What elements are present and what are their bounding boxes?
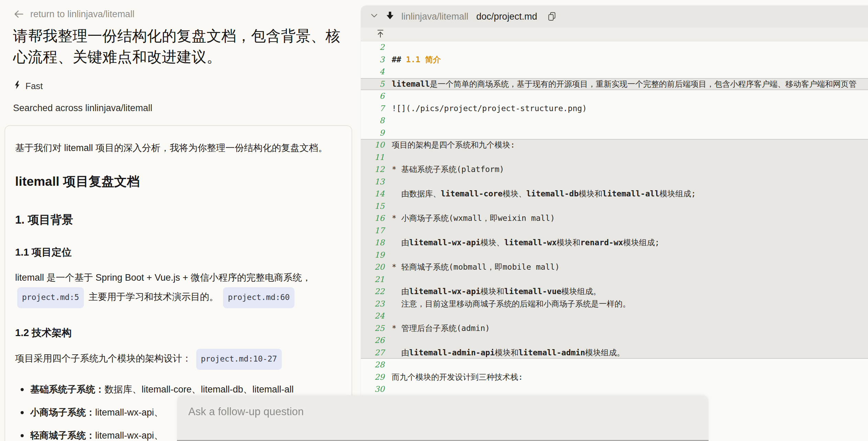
chat-panel: return to linlinjava/litemall 请帮我整理一份结构化… — [0, 0, 357, 441]
line-content — [392, 383, 868, 396]
code-line: 2 — [361, 41, 868, 54]
line-number: 3 — [361, 54, 392, 66]
code-line: 6 — [361, 90, 868, 103]
line-content — [392, 225, 868, 237]
line-number: 30 — [361, 383, 392, 396]
line-content — [392, 151, 868, 164]
line-content — [392, 249, 868, 261]
return-link-label: return to linlinjava/litemall — [30, 9, 134, 20]
file-path[interactable]: doc/project.md — [476, 11, 537, 22]
file-viewer-header: linlinjava/litemall doc/project.md — [361, 6, 868, 28]
code-line: 27 由litemall-admin-api模块和litemall-admin模… — [361, 347, 868, 359]
list-item: 基础系统子系统：数据库、litemall-core、litemall-db、li… — [30, 384, 335, 395]
scroll-to-top-icon[interactable] — [376, 29, 385, 40]
line-number: 20 — [361, 261, 392, 273]
copy-icon[interactable] — [547, 11, 557, 22]
line-number: 5 — [361, 78, 392, 90]
search-status: Searched across linlinjava/litemall — [13, 103, 357, 114]
line-content: 由litemall-wx-api模块、litemall-wx模块和renard-… — [392, 237, 868, 249]
file-viewer-panel: linlinjava/litemall doc/project.md 23## … — [361, 6, 868, 441]
line-content: 由litemall-wx-api模块和litemall-vue模块组成。 — [392, 286, 868, 298]
line-content — [392, 359, 868, 371]
paragraph-text: 主要用于学习和技术演示目的。 — [89, 292, 219, 302]
code-line: 7![](./pics/project/project-structure.pn… — [361, 103, 868, 115]
subsection-heading: 1.2 技术架构 — [15, 326, 335, 340]
line-content — [392, 115, 868, 127]
line-number: 23 — [361, 298, 392, 310]
doc-title: litemall 项目复盘文档 — [15, 173, 335, 190]
line-content: ![](./pics/project/project-structure.png… — [392, 103, 868, 115]
paragraph-text: litemall 是一个基于 Spring Boot + Vue.js + 微信… — [15, 272, 311, 283]
line-content — [392, 176, 868, 188]
user-question: 请帮我整理一份结构化的复盘文档，包含背景、核心流程、关键难点和改进建议。 — [13, 25, 343, 67]
line-content: 而九个模块的开发设计到三种技术栈: — [392, 371, 868, 384]
code-line: 28 — [361, 359, 868, 371]
line-content — [392, 334, 868, 347]
line-number: 27 — [361, 347, 392, 359]
line-content — [392, 273, 868, 286]
code-line: 10项目的架构是四个系统和九个模块: — [361, 139, 868, 151]
line-content: * 管理后台子系统(admin) — [392, 322, 868, 335]
line-number: 9 — [361, 127, 392, 139]
lightning-bolt-icon — [13, 80, 21, 92]
line-number: 15 — [361, 200, 392, 213]
repo-name[interactable]: linlinjava/litemall — [401, 11, 468, 22]
line-content: 由litemall-admin-api模块和litemall-admin模块组成… — [392, 347, 868, 359]
line-number: 6 — [361, 90, 392, 103]
line-number: 14 — [361, 188, 392, 200]
code-line: 18 由litemall-wx-api模块、litemall-wx模块和rena… — [361, 237, 868, 249]
line-number: 7 — [361, 103, 392, 115]
code-line: 9 — [361, 127, 868, 139]
mode-label: Fast — [25, 81, 43, 92]
line-number: 17 — [361, 225, 392, 237]
back-arrow-icon — [13, 8, 25, 20]
code-line: 20* 轻商城子系统(mobmall，即mobile mall) — [361, 261, 868, 273]
chevron-down-icon[interactable] — [370, 11, 379, 22]
code-line: 13 — [361, 176, 868, 188]
code-content[interactable]: 23## 1.1 简介45litemall是一个简单的商场系统，基于现有的开源项… — [361, 41, 868, 396]
line-content — [392, 310, 868, 322]
line-content: 注意，目前这里移动商城子系统的后端和小商场子系统是一样的。 — [392, 298, 868, 310]
return-link[interactable]: return to linlinjava/litemall — [13, 8, 357, 20]
code-line: 25* 管理后台子系统(admin) — [361, 322, 868, 335]
code-line: 23 注意，目前这里移动商城子系统的后端和小商场子系统是一样的。 — [361, 298, 868, 310]
code-line: 8 — [361, 115, 868, 127]
line-number: 19 — [361, 249, 392, 261]
section-heading: 1. 项目背景 — [15, 212, 335, 228]
code-line: 19 — [361, 249, 868, 261]
arrow-down-icon[interactable] — [385, 10, 395, 23]
line-content — [392, 200, 868, 213]
paragraph: 项目采用四个子系统九个模块的架构设计： project.md:10-27 — [15, 349, 335, 370]
line-number: 11 — [361, 151, 392, 164]
line-number: 18 — [361, 237, 392, 249]
line-number: 22 — [361, 286, 392, 298]
follow-up-placeholder: Ask a follow-up question — [188, 406, 304, 418]
line-content — [392, 127, 868, 139]
line-content: * 小商场子系统(wxmall，即weixin mall) — [392, 212, 868, 225]
line-number: 21 — [361, 273, 392, 286]
code-line: 24 — [361, 310, 868, 322]
line-content: * 基础系统子系统(platform) — [392, 163, 868, 176]
code-toolbar — [361, 28, 868, 41]
line-number: 8 — [361, 115, 392, 127]
line-content: 项目的架构是四个系统和九个模块: — [392, 139, 868, 151]
follow-up-input[interactable]: Ask a follow-up question — [177, 395, 709, 441]
line-number: 26 — [361, 334, 392, 347]
code-line: 16* 小商场子系统(wxmall，即weixin mall) — [361, 212, 868, 225]
line-content: 由数据库、litemall-core模块、litemall-db模块和litem… — [392, 188, 868, 200]
line-content — [392, 90, 868, 103]
line-number: 24 — [361, 310, 392, 322]
code-line: 30 — [361, 383, 868, 396]
citation-badge[interactable]: project.md:60 — [223, 287, 294, 308]
code-line: 4 — [361, 66, 868, 78]
line-content — [392, 66, 868, 78]
mode-indicator: Fast — [13, 80, 357, 92]
line-number: 10 — [361, 139, 392, 151]
code-line: 17 — [361, 225, 868, 237]
line-number: 12 — [361, 163, 392, 176]
citation-badge[interactable]: project.md:10-27 — [196, 349, 282, 370]
line-number: 29 — [361, 371, 392, 384]
citation-badge[interactable]: project.md:5 — [17, 287, 84, 308]
line-number: 28 — [361, 359, 392, 371]
line-content: ## 1.1 简介 — [392, 54, 868, 66]
